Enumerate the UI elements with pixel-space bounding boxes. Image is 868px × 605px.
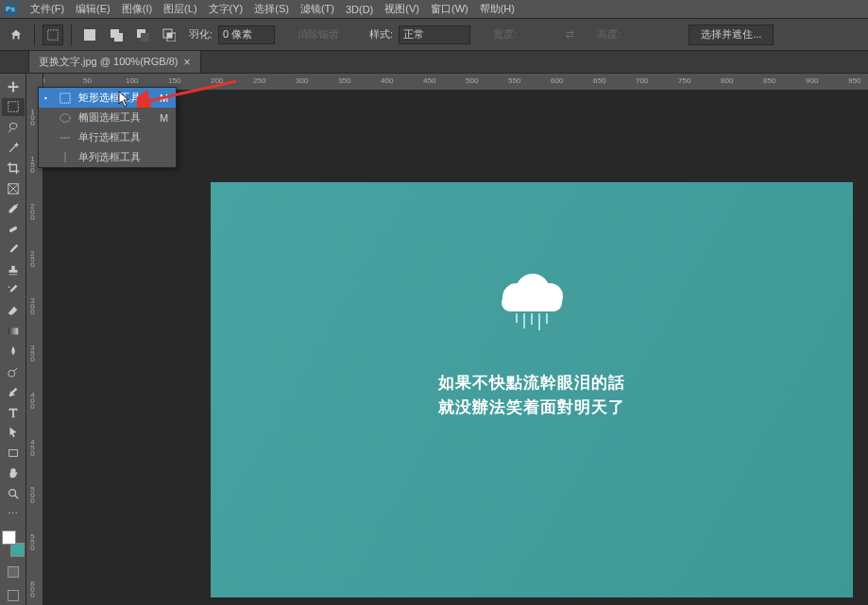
tool-brush[interactable] <box>2 241 25 260</box>
quickmask-standard[interactable] <box>2 563 25 581</box>
menu-image[interactable]: 图像(I) <box>116 0 158 18</box>
canvas-text: 如果不快點流幹眼泪的話 就没辦法笑着面對明天了 <box>211 371 853 419</box>
tool-eraser[interactable] <box>2 301 25 320</box>
toolbox: ⋯ <box>0 74 26 605</box>
svg-rect-1 <box>84 29 95 41</box>
tool-preset-icon[interactable] <box>43 25 63 45</box>
foreground-swatch[interactable] <box>2 530 16 545</box>
flyout-label: 椭圆选框工具 <box>78 110 141 125</box>
style-select[interactable] <box>399 25 470 44</box>
tool-path-select[interactable] <box>2 424 25 443</box>
rain-graphic <box>494 313 570 330</box>
canvas[interactable]: 如果不快點流幹眼泪的話 就没辦法笑着面對明天了 <box>211 182 853 597</box>
tool-hand[interactable] <box>2 464 25 483</box>
tool-move[interactable] <box>2 77 25 96</box>
menubar: Ps 文件(F) 编辑(E) 图像(I) 图层(L) 文字(Y) 选择(S) 滤… <box>0 0 868 19</box>
menu-edit[interactable]: 编辑(E) <box>70 0 116 18</box>
flyout-shortcut: M <box>160 112 168 124</box>
selection-add-icon[interactable] <box>106 25 127 45</box>
svg-rect-5 <box>141 33 149 42</box>
svg-point-13 <box>8 370 14 377</box>
tool-lasso[interactable] <box>2 118 25 137</box>
menu-3d[interactable]: 3D(D) <box>340 2 379 17</box>
tool-marquee[interactable] <box>2 98 25 117</box>
tool-eyedropper[interactable] <box>2 199 25 218</box>
tool-history-brush[interactable] <box>2 281 25 300</box>
close-icon[interactable]: × <box>184 56 191 69</box>
separator <box>34 25 35 45</box>
quickmask-mask[interactable] <box>2 586 25 605</box>
svg-rect-11 <box>9 226 17 232</box>
tool-wand[interactable] <box>2 139 25 158</box>
menu-select[interactable]: 选择(S) <box>248 0 295 18</box>
app-icon: Ps <box>4 3 17 16</box>
svg-rect-0 <box>48 29 59 40</box>
width-label: 宽度: <box>493 27 517 42</box>
feather-input[interactable] <box>218 25 275 44</box>
height-label: 高度: <box>597 27 621 42</box>
tool-more[interactable]: ⋯ <box>2 505 25 524</box>
active-dot-icon: • <box>44 93 52 102</box>
menu-file[interactable]: 文件(F) <box>25 0 70 18</box>
separator <box>71 25 72 45</box>
menu-layer[interactable]: 图层(L) <box>158 0 202 18</box>
flyout-row-marquee[interactable]: 单行选框工具 <box>39 127 176 147</box>
tool-pen[interactable] <box>2 382 25 401</box>
cloud-graphic <box>494 272 570 330</box>
svg-point-17 <box>60 113 70 122</box>
marquee-flyout: • 矩形选框工具 M 椭圆选框工具 M 单行选框工具 单列选框工具 <box>38 87 177 168</box>
home-button[interactable] <box>6 25 26 45</box>
svg-point-15 <box>9 490 15 496</box>
tool-type[interactable] <box>2 403 25 422</box>
tool-blur[interactable] <box>2 342 25 361</box>
text-line-1: 如果不快點流幹眼泪的話 <box>211 371 853 395</box>
svg-rect-9 <box>8 102 18 112</box>
flyout-label: 矩形选框工具 <box>78 91 141 105</box>
selection-intersect-icon[interactable] <box>159 25 179 45</box>
selection-new-icon[interactable] <box>79 25 100 45</box>
flyout-col-marquee[interactable]: 单列选框工具 <box>39 147 176 167</box>
svg-rect-12 <box>8 328 18 334</box>
selection-subtract-icon[interactable] <box>132 25 153 45</box>
ellipse-marquee-icon <box>58 112 73 124</box>
feather-label: 羽化: <box>189 27 213 42</box>
select-mask-button[interactable]: 选择并遮住... <box>689 25 774 45</box>
menu-type[interactable]: 文字(Y) <box>203 0 249 18</box>
svg-rect-14 <box>9 449 17 456</box>
style-label: 样式: <box>369 27 393 42</box>
svg-rect-16 <box>60 92 70 102</box>
menu-filter[interactable]: 滤镜(T) <box>295 0 340 18</box>
text-line-2: 就没辦法笑着面對明天了 <box>211 395 853 420</box>
tool-stamp[interactable] <box>2 260 25 279</box>
svg-rect-3 <box>114 33 123 42</box>
flyout-shortcut: M <box>160 92 168 104</box>
flyout-label: 单行选框工具 <box>78 130 149 144</box>
color-swatches[interactable] <box>2 530 25 556</box>
menu-help[interactable]: 帮助(H) <box>474 0 520 18</box>
svg-rect-8 <box>167 33 172 38</box>
menu-view[interactable]: 视图(V) <box>379 0 425 18</box>
flyout-rect-marquee[interactable]: • 矩形选框工具 M <box>39 88 176 108</box>
options-bar: 羽化: 消除锯齿 样式: 宽度: ⇄ 高度: 选择并遮住... <box>0 19 868 51</box>
row-marquee-icon <box>58 132 73 143</box>
tool-frame[interactable] <box>2 179 25 198</box>
tool-gradient[interactable] <box>2 322 25 341</box>
tool-healing[interactable] <box>2 220 25 239</box>
flyout-label: 单列选框工具 <box>78 150 149 164</box>
menu-window[interactable]: 窗口(W) <box>425 0 474 18</box>
flyout-ellipse-marquee[interactable]: 椭圆选框工具 M <box>39 108 176 127</box>
document-tab[interactable]: 更换文字.jpg @ 100%(RGB/8) × <box>28 50 201 73</box>
tool-zoom[interactable] <box>2 484 25 503</box>
antialias-label: 消除锯齿 <box>298 27 339 42</box>
document-tabbar: 更换文字.jpg @ 100%(RGB/8) × <box>0 51 868 74</box>
swap-icon: ⇄ <box>566 28 574 41</box>
tool-rectangle[interactable] <box>2 444 25 462</box>
tool-dodge[interactable] <box>2 362 25 381</box>
col-marquee-icon <box>58 152 73 163</box>
tool-crop[interactable] <box>2 159 25 177</box>
tab-title: 更换文字.jpg @ 100%(RGB/8) <box>39 55 179 69</box>
rect-marquee-icon <box>58 92 73 104</box>
